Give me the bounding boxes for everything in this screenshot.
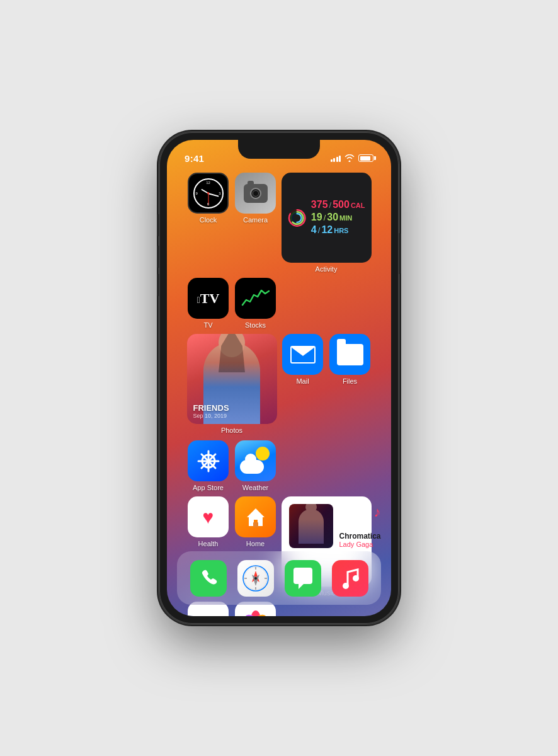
activity-stats: 375 / 500 CAL 19 / 30 MIN — [311, 199, 365, 237]
exercise-stat: 19 / 30 MIN — [311, 212, 365, 223]
signal-bar-3 — [336, 157, 338, 162]
music-note-icon: ♪ — [374, 504, 381, 520]
weather-icon[interactable] — [235, 440, 276, 481]
camera-icon[interactable] — [235, 173, 276, 214]
appstore-icon[interactable] — [188, 440, 229, 481]
photos-widget-wrap[interactable]: FRIENDS Sep 10, 2019 Photos — [188, 334, 276, 434]
music-song-title: Chromatica — [339, 532, 381, 541]
camera-lens-inner — [253, 190, 259, 197]
health-heart-symbol: ♥ — [203, 507, 214, 528]
weather-app[interactable]: Weather — [235, 440, 276, 491]
status-time: 9:41 — [185, 153, 204, 164]
photos-friends-text: FRIENDS — [193, 403, 229, 413]
clock-num-6: 6 — [207, 202, 209, 206]
clock-num-3: 3 — [219, 192, 220, 195]
weather-cloud — [240, 460, 264, 474]
move-unit: CAL — [351, 202, 365, 209]
weather-sun — [256, 447, 270, 461]
clock-face: 12 3 6 9 — [193, 178, 224, 209]
clock-num-9: 9 — [196, 192, 198, 195]
camera-app[interactable]: Camera — [235, 173, 276, 273]
home-icon[interactable] — [235, 496, 276, 537]
stocks-chart-svg — [241, 287, 270, 309]
signal-bar-1 — [331, 159, 333, 162]
dock-music-app[interactable] — [332, 560, 368, 597]
news-n-letter: N — [202, 612, 214, 617]
phone-screen: 9:41 — [167, 140, 391, 616]
files-app[interactable]: Files — [329, 334, 370, 434]
exercise-max: 30 — [327, 212, 338, 223]
music-top-section: ♪ Chromatica Lady Gaga — [289, 504, 364, 548]
tv-app[interactable]: TV TV — [188, 278, 229, 329]
clock-icon[interactable]: 12 3 6 9 — [188, 173, 229, 214]
wifi-icon — [344, 154, 355, 162]
phone-device: 9:41 — [159, 132, 399, 624]
app-dock — [177, 551, 381, 605]
stocks-icon[interactable] — [235, 278, 276, 319]
signal-bar-4 — [339, 156, 341, 162]
appstore-svg — [196, 449, 221, 474]
dock-phone-icon[interactable] — [190, 560, 227, 597]
stocks-app[interactable]: Stocks — [235, 278, 276, 329]
appstore-label: App Store — [193, 484, 224, 491]
app-row-1: 12 3 6 9 Clock — [177, 173, 381, 273]
weather-label: Weather — [242, 484, 268, 491]
apple-logo:  — [197, 295, 200, 305]
music-artist-name: Lady Gaga — [339, 541, 381, 548]
dock-music-icon[interactable] — [332, 560, 368, 597]
svg-point-13 — [251, 610, 260, 617]
stand-unit: HRS — [334, 227, 348, 234]
clock-center-dot — [207, 192, 209, 194]
exercise-sep: / — [324, 213, 326, 222]
dock-messages-app[interactable] — [285, 560, 321, 597]
spacer-1 — [282, 278, 323, 329]
messages-bubble-svg — [291, 566, 315, 590]
stand-stat: 4 / 12 HRS — [311, 224, 365, 236]
notch — [238, 140, 320, 159]
photos-widget[interactable]: FRIENDS Sep 10, 2019 — [187, 334, 277, 424]
files-icon[interactable] — [329, 334, 370, 375]
appstore-app[interactable]: App Store — [188, 440, 229, 491]
health-icon[interactable]: ♥ — [188, 496, 229, 537]
tv-icon[interactable]: TV — [188, 278, 229, 319]
music-info: Chromatica Lady Gaga — [339, 530, 381, 548]
activity-widget[interactable]: 375 / 500 CAL 19 / 30 MIN — [282, 173, 372, 263]
dock-safari-app[interactable] — [237, 560, 274, 597]
camera-lens — [250, 188, 261, 199]
files-label: Files — [343, 377, 357, 385]
svg-point-29 — [343, 583, 349, 589]
battery-icon — [358, 154, 373, 162]
photos-pinwheel-svg — [242, 609, 270, 617]
spacer-2 — [329, 278, 370, 329]
mail-icon[interactable] — [282, 334, 323, 375]
exercise-value: 19 — [311, 212, 322, 223]
stocks-label: Stocks — [245, 321, 266, 329]
dock-messages-icon[interactable] — [285, 560, 321, 597]
dock-phone-app[interactable] — [190, 560, 227, 597]
mail-envelope — [290, 346, 316, 364]
row1-grid: 12 3 6 9 Clock — [188, 173, 370, 273]
tv-label: TV — [203, 321, 212, 329]
row2-grid: TV TV Stocks — [188, 278, 370, 329]
svg-point-28 — [254, 577, 257, 580]
svg-rect-12 — [253, 522, 258, 527]
activity-widget-wrap[interactable]: 375 / 500 CAL 19 / 30 MIN — [282, 173, 370, 273]
dock-safari-icon[interactable] — [237, 560, 274, 597]
svg-point-30 — [353, 575, 359, 581]
app-row-2: TV TV Stocks — [177, 278, 381, 329]
clock-app[interactable]: 12 3 6 9 Clock — [188, 173, 229, 273]
signal-bar-2 — [333, 158, 335, 162]
safari-compass-svg — [242, 564, 270, 592]
photos-widget-label: Photos — [221, 427, 242, 434]
move-sep: / — [329, 200, 332, 210]
move-value: 375 — [311, 199, 328, 210]
activity-rings-svg — [288, 199, 306, 237]
tv-text: TV — [197, 290, 220, 307]
music-album-art — [289, 504, 333, 548]
activity-label: Activity — [316, 265, 338, 273]
folder-body — [337, 344, 363, 365]
exercise-unit: MIN — [339, 214, 352, 222]
status-icons — [331, 154, 374, 162]
mail-app[interactable]: Mail — [282, 334, 323, 434]
folder-wrap — [337, 344, 363, 365]
